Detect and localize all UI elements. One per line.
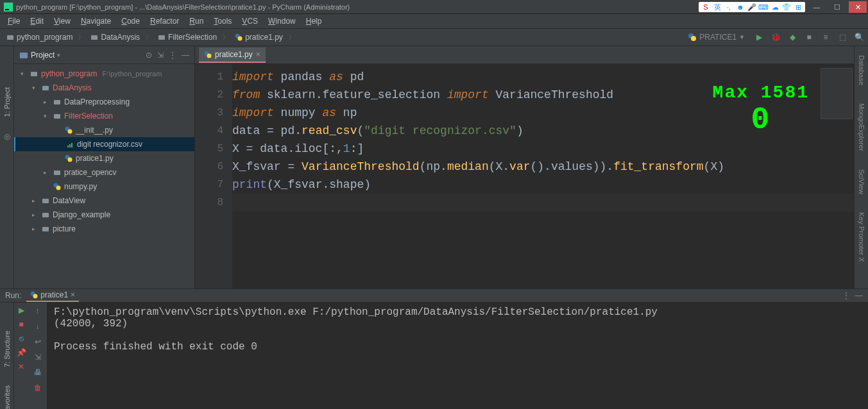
svg-point-6 xyxy=(238,37,243,41)
close-button[interactable]: ✕ xyxy=(16,362,26,372)
debug-button[interactable]: 🐞 xyxy=(770,32,781,42)
search-button[interactable]: 🔍 xyxy=(854,32,864,42)
python-icon xyxy=(688,33,697,42)
coverage-button[interactable]: ◆ xyxy=(787,32,797,42)
tree-picture[interactable]: ▸picture xyxy=(14,222,194,236)
run-settings-icon[interactable]: ⋮ xyxy=(842,291,850,300)
console-output[interactable]: F:\python_program\venv\Scripts\python.ex… xyxy=(47,303,868,409)
tree-__init__-py[interactable]: __init__.py xyxy=(14,123,194,137)
menu-help[interactable]: Help xyxy=(302,15,326,27)
up-button[interactable]: ↑ xyxy=(32,305,44,317)
project-icon xyxy=(19,51,28,60)
scroll-end-button[interactable]: ⇲ xyxy=(32,351,44,363)
run-button[interactable]: ▶ xyxy=(754,32,764,42)
update-button[interactable]: ⬚ xyxy=(837,32,847,42)
right-tab-database[interactable]: Database xyxy=(856,53,867,88)
tree-pratice1-py[interactable]: pratice1.py xyxy=(14,151,194,165)
ime-icon-8[interactable]: ⊞ xyxy=(794,3,803,12)
structure-tool-tab[interactable]: 7: Structure xyxy=(2,328,12,370)
pin-button[interactable]: 📌 xyxy=(16,347,26,358)
menu-vcs[interactable]: VCS xyxy=(238,15,262,27)
rerun-button[interactable]: ▶ xyxy=(16,305,26,315)
editor-area: pratice1.py × 12345678 import pandas as … xyxy=(195,46,854,288)
debug-attach-button[interactable]: ⎋ xyxy=(16,333,26,344)
svg-rect-17 xyxy=(69,144,71,147)
crumb-filterselection[interactable]: FilterSelection xyxy=(155,33,219,42)
menu-navigate[interactable]: Navigate xyxy=(77,15,115,27)
stop-button[interactable]: ■ xyxy=(804,32,814,42)
menu-run[interactable]: Run xyxy=(185,15,207,27)
svg-rect-13 xyxy=(54,114,60,119)
menu-window[interactable]: Window xyxy=(264,15,300,27)
right-tab-key-promoter-x[interactable]: Key Promoter X xyxy=(856,210,867,265)
app-icon xyxy=(4,3,13,12)
tree-datapreprocessing[interactable]: ▸DataPreprocessing xyxy=(14,95,194,109)
project-tree[interactable]: ▾python_programF:\python_program▾DataAny… xyxy=(14,64,194,288)
tree-digit-recognizor-csv[interactable]: digit recognizor.csv xyxy=(14,137,194,151)
menubar: FileEditViewNavigateCodeRefactorRunTools… xyxy=(0,14,868,28)
project-panel: Project ▾ ⊙ ⇲ ⋮ — ▾python_programF:\pyth… xyxy=(14,46,195,288)
tree-python_program[interactable]: ▾python_programF:\python_program xyxy=(14,67,194,81)
ime-icon-1[interactable]: 英 xyxy=(713,3,722,12)
tree-filterselection[interactable]: ▾FilterSelection xyxy=(14,109,194,123)
right-tab-mongoexplorer[interactable]: MongoExplorer xyxy=(856,101,867,154)
run-hide-icon[interactable]: — xyxy=(855,291,863,300)
down-button[interactable]: ↓ xyxy=(32,321,44,332)
menu-tools[interactable]: Tools xyxy=(210,15,235,27)
run-tab-label: pratice1 xyxy=(40,290,68,299)
collapse-icon[interactable]: ⇲ xyxy=(157,51,164,60)
nav-right: PRATICE1 ▼ ▶🐞◆■≡⬚🔍 xyxy=(684,31,864,43)
python-icon xyxy=(64,154,73,163)
menu-refactor[interactable]: Refactor xyxy=(146,15,183,27)
hide-icon[interactable]: — xyxy=(182,51,189,60)
ime-icon-7[interactable]: 👕 xyxy=(782,3,791,12)
svg-rect-9 xyxy=(20,53,28,58)
menu-file[interactable]: File xyxy=(4,15,24,27)
crumb-python_program[interactable]: python_program xyxy=(4,33,75,42)
menu-view[interactable]: View xyxy=(50,15,74,27)
project-tool-tab[interactable]: 1: Project xyxy=(2,85,12,119)
divide-icon[interactable]: ⋮ xyxy=(169,51,176,60)
folder-icon xyxy=(41,83,50,92)
folder-icon xyxy=(41,196,50,205)
chevron-down-icon[interactable]: ▾ xyxy=(57,52,60,58)
favorites-tool-tab[interactable]: 2: Favorites xyxy=(2,383,12,409)
right-tab-sciview[interactable]: SciView xyxy=(856,167,867,197)
stop-button[interactable]: ■ xyxy=(16,319,26,330)
menu-code[interactable]: Code xyxy=(117,15,144,27)
ime-icon-5[interactable]: ⌨ xyxy=(759,3,768,12)
run-config-selector[interactable]: PRATICE1 ▼ xyxy=(684,31,749,43)
tree-dataanysis[interactable]: ▾DataAnysis xyxy=(14,81,194,95)
crumb-dataanysis[interactable]: DataAnysis xyxy=(88,33,142,42)
close-tab-icon[interactable]: × xyxy=(256,50,260,59)
close-run-tab-icon[interactable]: × xyxy=(71,290,75,299)
run-tools-col1: ▶■⎋📌✕ xyxy=(14,303,28,409)
profile-button[interactable]: ≡ xyxy=(821,32,831,42)
tree-dataview[interactable]: ▸DataView xyxy=(14,194,194,208)
tree-pratice_opencv[interactable]: ▸pratice_opencv xyxy=(14,165,194,179)
ime-icon-2[interactable]: ·, xyxy=(724,3,733,12)
ime-icon-0[interactable]: S xyxy=(701,3,710,12)
editor-body[interactable]: 12345678 import pandas as pdfrom sklearn… xyxy=(195,64,854,288)
minimize-button[interactable]: — xyxy=(808,1,826,13)
minimap[interactable] xyxy=(821,68,853,119)
tree-numpy-py[interactable]: numpy.py xyxy=(14,179,194,194)
menu-edit[interactable]: Edit xyxy=(26,15,47,27)
ime-icon-6[interactable]: ☁ xyxy=(770,3,779,12)
soft-wrap-button[interactable]: ↩ xyxy=(32,336,44,347)
close-button[interactable]: ✕ xyxy=(849,1,867,13)
maximize-button[interactable]: ☐ xyxy=(828,1,846,13)
ime-icon-3[interactable]: ☻ xyxy=(736,3,745,12)
trash-button[interactable]: 🗑 xyxy=(32,382,44,394)
run-tab[interactable]: pratice1 × xyxy=(26,289,79,302)
chevron-down-icon: ▼ xyxy=(739,34,745,40)
print-button[interactable]: 🖶 xyxy=(32,367,44,378)
target-icon[interactable]: ◎ xyxy=(4,132,10,141)
editor-tab-pratice1[interactable]: pratice1.py × xyxy=(199,47,266,63)
crumb-pratice1-py[interactable]: pratice1.py xyxy=(232,33,285,42)
tree-django_example[interactable]: ▸Django_example xyxy=(14,208,194,222)
nav-tools: ▶🐞◆■≡⬚🔍 xyxy=(754,32,864,42)
ime-icon-4[interactable]: 🎤 xyxy=(747,3,756,12)
settings-icon[interactable]: ⊙ xyxy=(146,51,152,60)
svg-rect-21 xyxy=(54,171,60,175)
